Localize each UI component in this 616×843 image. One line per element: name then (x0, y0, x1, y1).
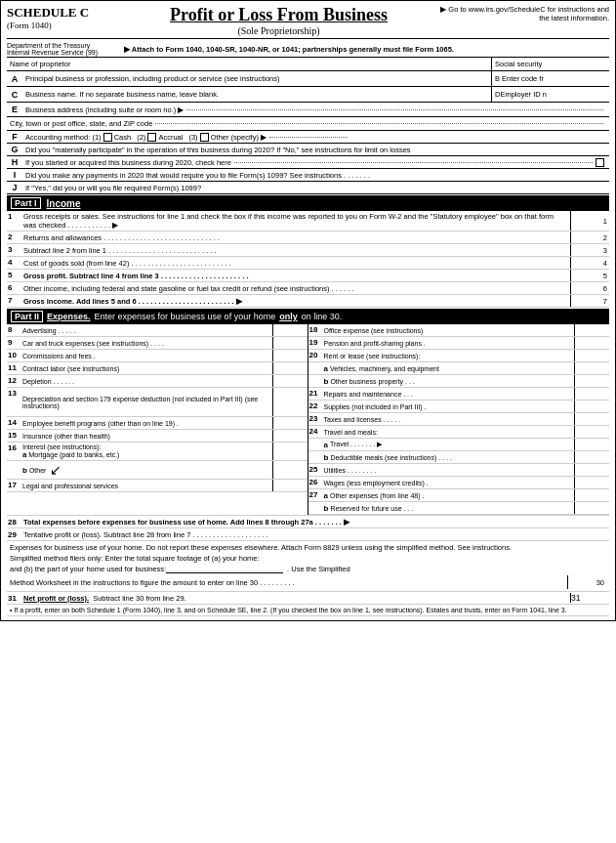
main-title: Profit or Loss From Business (124, 5, 433, 25)
field-i: Did you make any payments in 2020 that w… (22, 170, 609, 181)
exp-num-24: 24 (308, 426, 322, 438)
exp-content-27a: a Other expenses (from line 48) . (322, 489, 575, 501)
exp-row-23: 23 Taxes and licenses . . . . . (308, 413, 610, 426)
exp-content-18: Office expense (see instructions) (322, 324, 575, 336)
label-e: E (7, 103, 22, 116)
exp-amount-27b (574, 502, 609, 514)
exp-content-24b: b Deductible meals (see instructions) . … (322, 451, 575, 463)
row-h: H If you started or acquired this busine… (7, 156, 609, 169)
exp-content-20b: b Other business property . . . (322, 375, 575, 387)
form-1040-ref: (Form 1040) (7, 21, 124, 30)
business-sqft-field[interactable] (166, 565, 283, 573)
num-31: 31 (7, 593, 21, 604)
exp-amount-24 (574, 426, 609, 438)
exp-col-right: 18 Office expense (see instructions) 19 … (308, 324, 610, 515)
exp-num-16: 16 (7, 443, 21, 460)
row-4: 4 Cost of goods sold (from line 42) . . … (7, 257, 609, 270)
exp-row-12: 12 Depletion . . . . . . (7, 375, 308, 388)
schedule-c-title: SCHEDULE C (7, 5, 124, 21)
exp-row-11: 11 Contract labor (see instructions) (7, 362, 308, 375)
exp-amount-22 (574, 400, 609, 412)
row-30-and: and (b) the part of your home used for b… (10, 565, 606, 573)
exp-num-20b (308, 375, 322, 387)
exp-content-26: Wages (less employment credits) . (322, 477, 575, 488)
attach-note: ▶ Attach to Form 1040, 1040-SR, 1040-NR,… (124, 45, 609, 54)
exp-row-16b: b Other ↙ (7, 461, 308, 480)
exp-row-10: 10 Commissions and fees . (7, 350, 308, 362)
bottom-note: • If a profit, enter on both Schedule 1 … (7, 605, 609, 616)
exp-amount-12 (272, 375, 308, 387)
exp-num-22: 22 (308, 400, 322, 412)
exp-num-26: 26 (308, 477, 322, 488)
exp-content-14: Employee benefit programs (other than on… (21, 417, 272, 429)
exp-row-20: 20 Rent or lease (see instructions): (308, 350, 610, 362)
row-1: 1 Gross receipts or sales. See instructi… (7, 211, 609, 232)
exp-content-25: Utilities . . . . . . . . (322, 464, 575, 476)
exp-num-23: 23 (308, 413, 322, 425)
field-f: Accounting method: (1) Cash (2) Accrual … (22, 132, 609, 143)
field-j: If "Yes," did you or will you file requi… (22, 183, 609, 193)
part2-title: Expenses. (47, 312, 91, 321)
exp-row-20a: a Vehicles, machinery, and equipment (308, 362, 610, 375)
exp-content-12: Depletion . . . . . . (21, 375, 272, 387)
content-6: Other income, including federal and stat… (21, 282, 570, 294)
exp-amount-15 (272, 430, 308, 442)
exp-amount-10 (272, 350, 308, 361)
part2-subtitle: Enter expenses for business use of your … (95, 312, 276, 321)
exp-content-9: Car and truck expenses (see instructions… (21, 337, 272, 349)
exp-row-26: 26 Wages (less employment credits) . (308, 477, 610, 489)
num-3: 3 (7, 244, 21, 256)
exp-content-11: Contract labor (see instructions) (21, 362, 272, 374)
exp-content-24: Travel and meals: (322, 426, 575, 438)
exp-row-13: 13 Depreciation and section 179 expense … (7, 388, 308, 417)
checkbox-other[interactable] (200, 133, 209, 142)
schedule-c-page: SCHEDULE C (Form 1040) Profit or Loss Fr… (0, 0, 616, 621)
row-cd: C Business name. If no separate business… (7, 87, 609, 103)
exp-row-14: 14 Employee benefit programs (other than… (7, 417, 308, 430)
exp-content-20a: a Vehicles, machinery, and equipment (322, 362, 575, 374)
name-ss-row: Name of proprietor Social security (7, 58, 609, 71)
field-b: B Enter code fr (492, 71, 609, 86)
checkbox-h[interactable] (595, 158, 604, 167)
row-30-method: Method Worksheet in the instructions to … (10, 575, 606, 589)
content-28: Total expenses before expenses for busin… (21, 517, 570, 527)
part2-header: Part II Expenses. Enter expenses for bus… (7, 309, 609, 324)
exp-row-24a: a Travel . . . . . . . ▶ (308, 439, 610, 451)
exp-content-16b: b Other ↙ (21, 461, 272, 479)
field-g: Did you "materially participate" in the … (22, 145, 609, 155)
row-31: 31 Net profit or (loss). Subtract line 3… (7, 592, 609, 605)
row-2: 2 Returns and allowances . . . . . . . .… (7, 232, 609, 244)
row-ab: A Principal business or profession, incl… (7, 71, 609, 87)
exp-num-13: 13 (7, 388, 21, 416)
part2-on-line: on line 30. (302, 312, 343, 321)
social-security-field: Social security (492, 58, 609, 70)
exp-content-24a: a Travel . . . . . . . ▶ (322, 439, 575, 450)
exp-content-16: Interest (see instructions): a Mortgage … (21, 443, 272, 460)
checkbox-accrual[interactable] (147, 133, 156, 142)
exp-num-21: 21 (308, 388, 322, 400)
amount-7: 7 (570, 295, 609, 307)
exp-content-8: Advertising . . . . . (21, 324, 272, 336)
num-29: 29 (7, 529, 21, 540)
exp-content-17: Legal and professional services (21, 480, 272, 491)
checkbox-cash[interactable] (103, 133, 112, 142)
exp-amount-16a (272, 443, 308, 460)
part1-header: Part I Income (7, 195, 609, 211)
content-5: Gross profit. Subtract line 4 from line … (21, 270, 570, 281)
exp-amount-20a (574, 362, 609, 374)
exp-row-20b: b Other business property . . . (308, 375, 610, 388)
content-1: Gross receipts or sales. See instruction… (21, 211, 570, 231)
row-6: 6 Other income, including federal and st… (7, 282, 609, 295)
irs-link: ▶ Go to www.irs.gov/ScheduleC for instru… (433, 5, 609, 22)
form-id-block: SCHEDULE C (Form 1040) (7, 5, 124, 30)
row-5: 5 Gross profit. Subtract line 4 from lin… (7, 270, 609, 282)
exp-amount-26 (574, 477, 609, 488)
row-j: J If "Yes," did you or will you file req… (7, 182, 609, 194)
exp-amount-17 (272, 480, 308, 491)
dept-left: Department of the Treasury Internal Reve… (7, 42, 124, 56)
exp-num-27a: 27 (308, 489, 322, 501)
exp-row-15: 15 Insurance (other than health) (7, 430, 308, 443)
exp-num-24b (308, 451, 322, 463)
exp-row-21: 21 Repairs and maintenance . . . (308, 388, 610, 400)
exp-col-left: 8 Advertising . . . . . 9 Car and truck … (7, 324, 308, 515)
